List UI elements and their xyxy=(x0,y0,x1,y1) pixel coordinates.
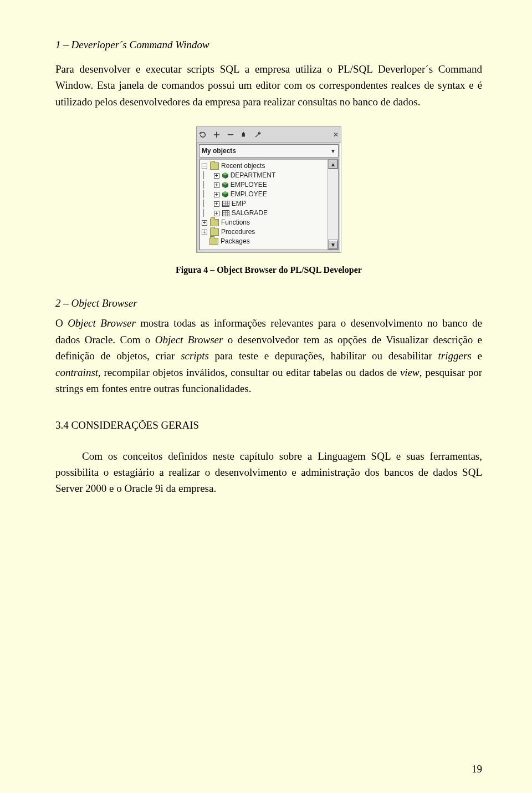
tree-item[interactable]: │ +EMPLOYEE xyxy=(202,190,325,199)
tree-guide: │ xyxy=(202,171,214,180)
expand-toggle[interactable]: − xyxy=(202,164,207,169)
italic-term: contrainst xyxy=(55,367,98,378)
wrench-icon[interactable] xyxy=(254,131,262,139)
section3-paragraph: Com os conceitos definidos neste capítul… xyxy=(55,448,482,497)
scroll-down-button[interactable]: ▼ xyxy=(328,240,338,250)
folder-icon xyxy=(210,228,219,236)
toolbar-left-group xyxy=(199,131,262,139)
folder-icon xyxy=(210,162,219,170)
tree-item[interactable]: │ +EMP xyxy=(202,199,325,209)
tree-item-label: Procedures xyxy=(221,227,255,237)
object-tree-pane: −Recent objects│ +DEPARTMENT│ +EMPLOYEE│… xyxy=(199,159,339,250)
italic-term: view xyxy=(400,367,420,378)
tree-guide: │ xyxy=(202,199,214,209)
expand-toggle[interactable]: + xyxy=(202,230,207,235)
cube-icon xyxy=(222,182,228,188)
document-page: 1 – Deverloper´s Command Window Para des… xyxy=(0,0,532,793)
text-run: para teste e depurações, habilitar ou de… xyxy=(209,350,438,362)
text-run: e xyxy=(472,350,482,362)
folder-icon xyxy=(209,238,218,245)
object-tree[interactable]: −Recent objects│ +DEPARTMENT│ +EMPLOYEE│… xyxy=(200,159,328,250)
tree-item-label: Recent objects xyxy=(221,161,265,171)
italic-term: scripts xyxy=(181,350,209,362)
close-icon[interactable]: ✕ xyxy=(333,131,339,139)
chevron-down-icon: ▼ xyxy=(330,148,336,154)
tree-item[interactable]: │ +DEPARTMENT xyxy=(202,171,325,180)
expand-toggle[interactable]: + xyxy=(214,211,219,216)
tree-item[interactable]: │ +EMPLOYEE xyxy=(202,180,325,190)
vertical-scrollbar[interactable]: ▲ ▼ xyxy=(328,159,338,250)
tree-guide: │ xyxy=(202,209,214,218)
expand-toggle[interactable]: + xyxy=(214,173,219,179)
section1-heading: 1 – Deverloper´s Command Window xyxy=(55,39,482,51)
tree-item-label: Functions xyxy=(221,218,250,227)
italic-term: Object Browser xyxy=(155,334,223,345)
table-icon xyxy=(222,210,229,216)
expand-toggle[interactable]: + xyxy=(214,192,219,197)
scroll-track[interactable] xyxy=(328,169,338,240)
italic-term: triggers xyxy=(438,350,472,362)
tree-item[interactable]: Packages xyxy=(202,237,325,246)
section3-heading: 3.4 CONSIDERAÇÕES GERAIS xyxy=(55,419,482,431)
tree-item-label: EMPLOYEE xyxy=(231,190,267,199)
tree-item[interactable]: −Recent objects xyxy=(202,161,325,171)
cube-icon xyxy=(222,172,228,179)
tree-guide: │ xyxy=(202,190,214,199)
figure4: ✕ My objects ▼ −Recent objects│ +DEPARTM… xyxy=(55,126,482,275)
folder-icon xyxy=(210,219,219,226)
tree-item[interactable]: +Procedures xyxy=(202,227,325,237)
text-run: O xyxy=(55,317,68,329)
scroll-up-button[interactable]: ▲ xyxy=(328,159,338,169)
table-icon xyxy=(222,201,229,207)
expand-toggle[interactable]: + xyxy=(214,182,219,188)
tree-item-label: Packages xyxy=(221,237,250,246)
plus-icon[interactable] xyxy=(213,131,221,139)
figure4-caption: Figura 4 – Object Browser do PL/SQL Deve… xyxy=(176,265,362,275)
page-number: 19 xyxy=(472,763,482,775)
tree-item[interactable]: │ +SALGRADE xyxy=(202,209,325,218)
object-filter-combo[interactable]: My objects ▼ xyxy=(199,144,339,157)
tree-item-label: DEPARTMENT xyxy=(231,171,276,180)
tree-item[interactable]: +Functions xyxy=(202,218,325,227)
expand-toggle[interactable]: + xyxy=(214,201,219,207)
text-run: , recompilar objetos inválidos, consulta… xyxy=(98,367,400,378)
tree-guide: │ xyxy=(202,180,214,190)
tree-item-label: EMP xyxy=(232,199,246,209)
tree-item-label: SALGRADE xyxy=(232,209,268,218)
refresh-icon[interactable] xyxy=(199,131,207,139)
expand-toggle[interactable]: + xyxy=(202,220,207,226)
section2-heading: 2 – Object Browser xyxy=(55,297,482,309)
object-browser-panel: ✕ My objects ▼ −Recent objects│ +DEPARTM… xyxy=(196,126,341,253)
search-icon[interactable] xyxy=(241,131,248,139)
minus-icon[interactable] xyxy=(227,131,234,139)
section2-paragraph: O Object Browser mostra todas as informa… xyxy=(55,315,482,396)
italic-term: Object Browser xyxy=(68,317,136,329)
tree-item-label: EMPLOYEE xyxy=(231,180,267,190)
combo-label: My objects xyxy=(202,147,236,155)
object-browser-toolbar: ✕ xyxy=(197,127,341,143)
section1-paragraph: Para desenvolver e executar scripts SQL … xyxy=(55,61,482,110)
cube-icon xyxy=(222,191,228,197)
